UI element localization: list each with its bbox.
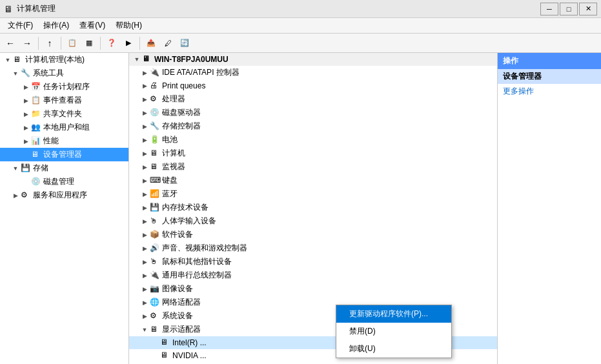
toolbar-refresh[interactable]: 🔄 [177, 35, 192, 51]
processor-toggle[interactable]: ▶ [139, 94, 150, 105]
storage-ctrl-toggle[interactable]: ▶ [139, 121, 150, 132]
storage-ctrl-icon: 🔧 [150, 121, 160, 132]
imaging-toggle[interactable]: ▶ [139, 284, 150, 294]
menu-file[interactable]: 文件(F) [3, 19, 38, 32]
center-root-label: WIN-T8FPJA0UMUU [154, 55, 229, 64]
mice-toggle[interactable]: ▶ [139, 257, 150, 267]
battery-toggle[interactable]: ▶ [139, 135, 150, 145]
main-layout: ▼ 🖥 计算机管理(本地) ▼ 🔧 系统工具 ▶ 📅 任务计划程序 ▶ 📋 事件… [0, 53, 601, 364]
nvidia-gpu-label: NVIDIA ... [172, 351, 207, 360]
device-manager-icon: 🖥 [31, 150, 41, 160]
maximize-button[interactable]: □ [560, 3, 578, 15]
center-imaging[interactable]: ▶ 📷 图像设备 [129, 282, 497, 296]
center-processor[interactable]: ▶ ⚙ 处理器 [129, 92, 497, 106]
minimize-button[interactable]: ─ [540, 3, 558, 15]
center-storage-ctrl[interactable]: ▶ 🔧 存储控制器 [129, 119, 497, 133]
network-adapters-toggle[interactable]: ▶ [139, 298, 150, 308]
hid-devices-icon: 🖱 [150, 216, 160, 227]
com-ports-toggle[interactable]: ▶ [139, 270, 150, 281]
shared-folders-toggle[interactable]: ▶ [21, 109, 31, 119]
monitors-toggle[interactable]: ▶ [139, 162, 150, 172]
menu-action[interactable]: 操作(A) [38, 19, 74, 32]
ide-ata-toggle[interactable]: ▶ [139, 68, 150, 78]
toolbar-up[interactable]: ↑ [42, 35, 57, 51]
disk-drives-toggle[interactable]: ▶ [139, 108, 150, 118]
left-root-toggle[interactable]: ▼ [3, 55, 13, 65]
center-software-devices[interactable]: ▶ 📦 软件设备 [129, 228, 497, 241]
center-ide-ata[interactable]: ▶ 🔌 IDE ATA/ATAPI 控制器 [129, 66, 497, 79]
sound-video-toggle[interactable]: ▶ [139, 243, 150, 254]
center-print-queues[interactable]: ▶ 🖨 Print queues [129, 79, 497, 92]
toolbar-forward[interactable]: → [19, 35, 35, 51]
task-scheduler-label: 任务计划程序 [43, 81, 90, 92]
center-root-toggle[interactable]: ▼ [132, 54, 142, 65]
nvidia-gpu-icon: 🖥 [160, 350, 170, 361]
center-monitors[interactable]: ▶ 🖥 监视器 [129, 160, 497, 174]
context-update-driver[interactable]: 更新驱动程序软件(P)... [336, 305, 451, 323]
center-com-ports[interactable]: ▶ 🔌 通用串行总线控制器 [129, 268, 497, 282]
action-more[interactable]: 更多操作 [498, 84, 601, 99]
toolbar-properties[interactable]: 🖊 [160, 35, 176, 51]
system-devices-toggle[interactable]: ▶ [139, 311, 150, 321]
shared-folders-label: 共享文件夹 [43, 108, 82, 119]
toolbar-help[interactable]: ❓ [104, 35, 119, 51]
toolbar-back[interactable]: ← [3, 35, 18, 51]
left-system-tools[interactable]: ▼ 🔧 系统工具 [0, 66, 128, 80]
left-disk-management[interactable]: 💿 磁盘管理 [0, 175, 128, 188]
local-users-toggle[interactable]: ▶ [21, 123, 31, 133]
left-local-users[interactable]: ▶ 👥 本地用户和组 [0, 121, 128, 134]
context-uninstall[interactable]: 卸载(U) [336, 340, 451, 358]
center-root[interactable]: ▼ 🖥 WIN-T8FPJA0UMUU [129, 53, 497, 66]
center-sound-video[interactable]: ▶ 🔊 声音、视频和游戏控制器 [129, 241, 497, 255]
left-root[interactable]: ▼ 🖥 计算机管理(本地) [0, 53, 128, 66]
toolbar-run[interactable]: ▶ [121, 35, 136, 51]
toolbar-show-hide[interactable]: 📋 [65, 35, 80, 51]
menu-help[interactable]: 帮助(H) [110, 19, 147, 32]
print-queues-toggle[interactable]: ▶ [139, 81, 150, 91]
center-computer[interactable]: ▶ 🖥 计算机 [129, 147, 497, 160]
task-scheduler-toggle[interactable]: ▶ [21, 82, 31, 92]
event-viewer-toggle[interactable]: ▶ [21, 96, 31, 106]
com-ports-icon: 🔌 [150, 270, 160, 281]
disk-management-label: 磁盘管理 [43, 176, 74, 187]
software-devices-toggle[interactable]: ▶ [139, 230, 150, 240]
left-services[interactable]: ▶ ⚙ 服务和应用程序 [0, 188, 128, 202]
center-mice[interactable]: ▶ 🖱 鼠标和其他指针设备 [129, 255, 497, 268]
storage-toggle[interactable]: ▼ [10, 163, 21, 174]
memory-devices-toggle[interactable]: ▶ [139, 203, 150, 213]
left-event-viewer[interactable]: ▶ 📋 事件查看器 [0, 94, 128, 107]
close-button[interactable]: ✕ [579, 3, 597, 15]
action-device-manager[interactable]: 设备管理器 [498, 69, 601, 84]
keyboard-toggle[interactable]: ▶ [139, 176, 150, 186]
left-device-manager[interactable]: 🖥 设备管理器 [0, 148, 128, 161]
title-bar: 🖥 计算机管理 ─ □ ✕ [0, 0, 601, 18]
disk-drives-icon: 💿 [150, 108, 160, 118]
center-bluetooth[interactable]: ▶ 📶 蓝牙 [129, 187, 497, 201]
monitors-label: 监视器 [162, 161, 185, 172]
context-disable[interactable]: 禁用(D) [336, 323, 451, 340]
display-adapters-toggle[interactable]: ▼ [139, 325, 150, 335]
center-battery[interactable]: ▶ 🔋 电池 [129, 133, 497, 147]
processor-icon: ⚙ [150, 94, 160, 105]
system-tools-toggle[interactable]: ▼ [10, 68, 21, 79]
left-shared-folders[interactable]: ▶ 📁 共享文件夹 [0, 107, 128, 121]
bluetooth-toggle[interactable]: ▶ [139, 189, 150, 199]
services-toggle[interactable]: ▶ [10, 190, 21, 201]
toolbar-export[interactable]: 📤 [143, 35, 159, 51]
center-memory-devices[interactable]: ▶ 💾 内存技术设备 [129, 201, 497, 214]
center-hid-devices[interactable]: ▶ 🖱 人体学输入设备 [129, 214, 497, 228]
performance-icon: 📊 [31, 136, 41, 147]
left-panel: ▼ 🖥 计算机管理(本地) ▼ 🔧 系统工具 ▶ 📅 任务计划程序 ▶ 📋 事件… [0, 53, 129, 364]
performance-toggle[interactable]: ▶ [21, 136, 31, 147]
left-task-scheduler[interactable]: ▶ 📅 任务计划程序 [0, 80, 128, 94]
performance-label: 性能 [43, 136, 59, 147]
menu-view[interactable]: 查看(V) [74, 19, 110, 32]
toolbar-views[interactable]: ▦ [81, 35, 97, 51]
center-keyboard[interactable]: ▶ ⌨ 键盘 [129, 174, 497, 187]
hid-devices-toggle[interactable]: ▶ [139, 216, 150, 227]
display-adapters-icon: 🖥 [150, 325, 160, 335]
left-storage[interactable]: ▼ 💾 存储 [0, 161, 128, 175]
center-disk-drives[interactable]: ▶ 💿 磁盘驱动器 [129, 106, 497, 119]
left-performance[interactable]: ▶ 📊 性能 [0, 134, 128, 148]
computer-toggle[interactable]: ▶ [139, 148, 150, 159]
